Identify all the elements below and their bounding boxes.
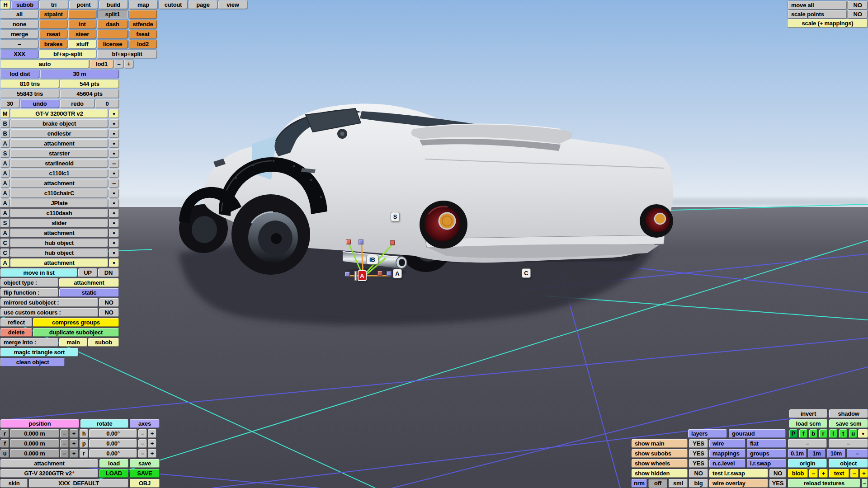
skin-value[interactable]: XXX_DEFAULT	[29, 479, 128, 488]
show-wheels-toggle[interactable]: YES	[689, 459, 708, 468]
filter-slot-3[interactable]	[39, 20, 67, 28]
position-value-field[interactable]: 0.000 m	[10, 429, 59, 438]
object-row-name[interactable]: attachment	[10, 139, 108, 148]
object-row-name[interactable]: hub object	[10, 249, 108, 257]
show-hidden-toggle[interactable]: NO	[689, 469, 708, 478]
reflect-button[interactable]: reflect	[0, 318, 32, 327]
filter-steer[interactable]: steer	[68, 30, 96, 38]
menu-build[interactable]: build	[99, 0, 128, 9]
lod-auto-button[interactable]: auto	[0, 60, 89, 68]
filter-fseat[interactable]: fseat	[129, 30, 157, 38]
menu-view[interactable]: view	[218, 0, 247, 9]
lod-minus-button[interactable]: –	[114, 60, 123, 68]
filter-slot-1[interactable]	[68, 10, 96, 19]
grid-10m-button[interactable]: 10m	[827, 449, 845, 458]
load-scm-button[interactable]: load scm	[789, 419, 827, 428]
rotate-plus-button[interactable]: +	[148, 439, 156, 448]
grid-01m-button[interactable]: 0.1m	[788, 449, 807, 458]
object-row-type[interactable]: B	[0, 119, 9, 128]
origin-button[interactable]: origin	[788, 459, 827, 468]
object-row-type[interactable]: A	[0, 139, 9, 148]
filter-brakes[interactable]: brakes	[39, 40, 67, 48]
filter-merge[interactable]: merge	[0, 30, 38, 38]
object-row-type[interactable]: S	[0, 149, 9, 158]
flat-button[interactable]: flat	[747, 439, 786, 448]
wire-overlay-toggle[interactable]: YES	[769, 479, 786, 488]
save-object-button[interactable]: save	[130, 459, 160, 468]
object-row-name[interactable]: c110ic1	[10, 169, 108, 178]
position-minus-button[interactable]: –	[60, 449, 69, 458]
menu-map[interactable]: map	[129, 0, 158, 9]
text-minus-button[interactable]: –	[850, 469, 859, 478]
object-row-visibility[interactable]: –	[109, 159, 119, 168]
object-row-name-selected[interactable]: attachment	[10, 258, 108, 267]
filter-rseat[interactable]: rseat	[39, 30, 67, 38]
magic-triangle-sort-button[interactable]: magic triangle sort	[0, 348, 78, 357]
object-row-name[interactable]: endlesbr	[10, 129, 108, 138]
custom-colours-toggle[interactable]: NO	[99, 308, 119, 317]
load-model-button[interactable]: LOAD	[99, 469, 128, 478]
show-subobs-toggle[interactable]: YES	[689, 449, 708, 458]
position-minus-button[interactable]: –	[60, 439, 69, 448]
reload-dash-button[interactable]: –	[862, 479, 868, 488]
object-row-name[interactable]: c110dash	[10, 209, 108, 217]
filter-xxx[interactable]: XXX	[0, 50, 38, 58]
filter-minus[interactable]: –	[0, 40, 38, 48]
model-name-field[interactable]: GT-V 3200GTR v2*	[0, 469, 98, 478]
object-row-name[interactable]: attachment	[10, 179, 108, 188]
nrm-big-button[interactable]: big	[689, 479, 708, 488]
object-row-type[interactable]: M	[0, 109, 9, 118]
filter-license[interactable]: license	[97, 40, 128, 48]
scale-points-toggle[interactable]: NO	[848, 10, 868, 19]
object-row-name[interactable]: c110chairC	[10, 189, 108, 197]
redo-button[interactable]: redo	[60, 99, 94, 108]
blob-plus-button[interactable]: +	[819, 469, 828, 478]
menu-cutout[interactable]: cutout	[159, 0, 188, 9]
obj-export-button[interactable]: OBJ	[130, 479, 160, 488]
object-row-name[interactable]: starlineold	[10, 159, 108, 168]
axes-header[interactable]: axes	[130, 419, 160, 428]
menu-tri[interactable]: tri	[39, 0, 68, 9]
position-value-field[interactable]: 0.000 m	[10, 449, 59, 458]
nc-level-button[interactable]: n.c.level	[709, 459, 745, 468]
handle-point[interactable]	[346, 239, 351, 244]
object-row-type[interactable]: S	[0, 219, 9, 227]
blob-minus-button[interactable]: –	[809, 469, 818, 478]
merge-into-main-button[interactable]: main	[59, 338, 87, 347]
invert-button[interactable]: invert	[789, 409, 827, 418]
move-down-button[interactable]: DN	[98, 268, 119, 277]
compress-groups-button[interactable]: compress groups	[33, 318, 119, 327]
object-button[interactable]: object	[829, 459, 868, 468]
show-main-toggle[interactable]: YES	[689, 439, 708, 448]
nrm-off-button[interactable]: off	[648, 479, 667, 488]
text-label[interactable]: text	[829, 469, 849, 478]
filter-stuff[interactable]: stuff	[68, 40, 96, 48]
object-row-type[interactable]: A	[0, 229, 9, 237]
rotate-minus-button[interactable]: –	[138, 449, 147, 458]
channel-t-button[interactable]: t	[839, 429, 847, 438]
object-row-visibility[interactable]: •	[109, 229, 119, 237]
object-row-visibility[interactable]: •	[109, 119, 119, 128]
handle-point[interactable]	[387, 271, 392, 276]
object-row-visibility[interactable]: •	[109, 249, 119, 257]
object-row-visibility[interactable]: •	[109, 219, 119, 227]
marker-badge-selected[interactable]: A	[358, 270, 367, 281]
menu-h[interactable]: H	[0, 0, 10, 9]
text-plus-button[interactable]: +	[860, 469, 868, 478]
marker-badge-c[interactable]: C	[522, 268, 531, 278]
flip-function-value[interactable]: static	[59, 288, 119, 297]
shadow-button[interactable]: shadow	[829, 409, 868, 418]
rotate-plus-button[interactable]: +	[148, 429, 156, 438]
filter-slot-4[interactable]	[97, 30, 128, 38]
position-plus-button[interactable]: +	[70, 429, 78, 438]
delete-button[interactable]: delete	[0, 328, 32, 337]
rotate-value-field[interactable]: 0.00°	[89, 449, 137, 458]
object-row-visibility[interactable]: •	[109, 169, 119, 178]
object-row-visibility[interactable]: •	[109, 209, 119, 217]
scale-mappings-button[interactable]: scale (+ mappings)	[788, 19, 868, 28]
handle-point[interactable]	[390, 240, 395, 245]
position-plus-button[interactable]: +	[70, 439, 78, 448]
object-row-visibility[interactable]: •	[109, 239, 119, 247]
filter-bf-sp-minus-split[interactable]: bf+sp-split	[39, 50, 96, 58]
mappings-button[interactable]: mappings	[709, 449, 745, 458]
